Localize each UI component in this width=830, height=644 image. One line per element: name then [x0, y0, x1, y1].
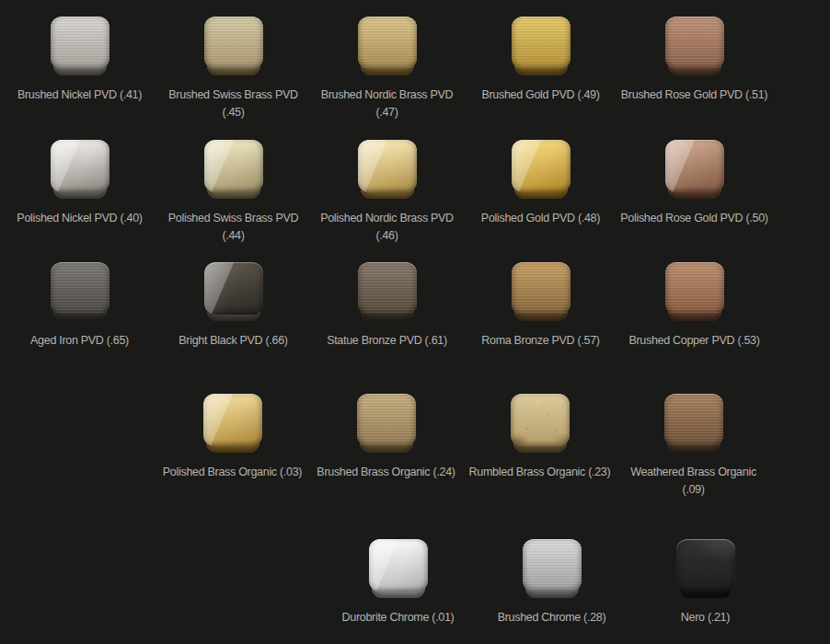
swatch-face [358, 140, 417, 192]
swatch-face [204, 262, 263, 315]
swatch-face [664, 394, 723, 446]
finish-label: Brushed Brass Organic (.24) [317, 464, 455, 481]
swatch-gloss [512, 262, 571, 315]
swatch-face [369, 539, 428, 592]
finish-label: Aged Iron PVD (.65) [30, 332, 129, 350]
finish-label: Polished Swiss Brass PVD (.44) [158, 210, 309, 245]
swatch-face [665, 262, 724, 315]
swatch-face [676, 539, 735, 592]
finish-swatch[interactable] [51, 140, 110, 199]
swatch-gloss [511, 394, 570, 446]
swatch-face [512, 140, 571, 192]
swatch-gloss [665, 262, 724, 315]
finish-swatch[interactable] [358, 140, 417, 199]
swatch-gloss [665, 17, 724, 69]
finish-option[interactable]: Brushed Gold PVD (.49) [464, 17, 617, 121]
finish-label: Statue Bronze PVD (.61) [327, 332, 447, 350]
finish-label: Brushed Rose Gold PVD (.51) [621, 86, 767, 104]
finish-row: Brushed Nickel PVD (.41)Brushed Swiss Br… [3, 17, 771, 121]
finish-swatch[interactable] [511, 394, 570, 453]
finish-option[interactable]: Polished Swiss Brass PVD (.44) [156, 140, 310, 245]
finish-option[interactable]: Brushed Chrome (.28) [475, 539, 628, 627]
finish-option[interactable]: Weathered Brass Organic (.09) [617, 394, 770, 499]
finish-option[interactable]: Statue Bronze PVD (.61) [310, 262, 464, 350]
finish-option[interactable]: Polished Rose Gold PVD (.50) [617, 140, 771, 245]
finish-option[interactable]: Brushed Copper PVD (.53) [617, 262, 771, 350]
swatch-face [204, 140, 263, 192]
swatch-gloss [676, 539, 735, 592]
finish-swatch[interactable] [664, 394, 723, 453]
finish-swatch[interactable] [369, 539, 428, 598]
swatch-gloss [204, 17, 263, 69]
swatch-face [203, 394, 262, 446]
swatch-face [512, 262, 571, 315]
finish-label: Polished Brass Organic (.03) [163, 464, 302, 481]
swatch-gloss [358, 17, 417, 69]
finish-option[interactable]: Bright Black PVD (.66) [156, 262, 310, 350]
finish-swatch[interactable] [204, 17, 263, 75]
finish-option[interactable]: Brushed Rose Gold PVD (.51) [617, 17, 771, 121]
finish-label: Brushed Nordic Brass PVD (.47) [312, 86, 463, 121]
finish-label: Brushed Chrome (.28) [498, 609, 606, 627]
finish-swatch[interactable] [665, 262, 724, 321]
finish-grid: Brushed Nickel PVD (.41)Brushed Swiss Br… [0, 0, 830, 644]
finish-swatch[interactable] [357, 394, 416, 453]
swatch-face [204, 17, 263, 69]
finish-label: Weathered Brass Organic (.09) [618, 464, 769, 499]
finish-swatch[interactable] [512, 262, 571, 321]
finish-swatch[interactable] [51, 17, 110, 75]
finish-option[interactable]: Rumbled Brass Organic (.23) [463, 394, 617, 499]
swatch-gloss [51, 17, 110, 69]
finish-swatch[interactable] [512, 140, 571, 199]
finish-swatch[interactable] [204, 262, 263, 321]
finish-label: Rumbled Brass Organic (.23) [469, 464, 611, 481]
finish-label: Polished Rose Gold PVD (.50) [620, 210, 767, 227]
finish-option[interactable]: Aged Iron PVD (.65) [3, 262, 156, 350]
finish-swatch[interactable] [51, 262, 110, 321]
finish-swatch[interactable] [204, 140, 263, 199]
finish-option[interactable]: Brushed Brass Organic (.24) [309, 394, 463, 499]
finish-swatch[interactable] [203, 394, 262, 453]
finish-swatch[interactable] [676, 539, 735, 598]
swatch-face [511, 394, 570, 446]
swatch-face [358, 262, 417, 315]
finish-option[interactable]: Polished Nordic Brass PVD (.46) [310, 140, 464, 245]
swatch-gloss [358, 140, 417, 192]
finish-swatch[interactable] [665, 140, 724, 199]
swatch-gloss [665, 140, 724, 192]
finish-label: Brushed Nickel PVD (.41) [17, 86, 142, 104]
swatch-face [51, 17, 110, 69]
finish-option[interactable]: Polished Gold PVD (.48) [464, 140, 617, 245]
finish-row: Durobrite Chrome (.01)Brushed Chrome (.2… [321, 539, 782, 627]
finish-swatch[interactable] [358, 17, 417, 75]
finish-row: Polished Nickel PVD (.40)Polished Swiss … [3, 140, 771, 245]
swatch-gloss [664, 394, 723, 446]
finish-label: Roma Bronze PVD (.57) [481, 332, 599, 350]
swatch-gloss [512, 17, 571, 69]
swatch-gloss [51, 262, 110, 315]
finish-label: Bright Black PVD (.66) [179, 332, 287, 350]
swatch-gloss [204, 140, 263, 192]
finish-option[interactable]: Polished Brass Organic (.03) [156, 394, 309, 499]
finish-label: Nero (.21) [681, 609, 730, 627]
finish-swatch[interactable] [523, 539, 582, 598]
finish-option[interactable]: Polished Nickel PVD (.40) [3, 140, 156, 245]
finish-label: Brushed Copper PVD (.53) [628, 332, 759, 350]
finish-option[interactable]: Brushed Nickel PVD (.41) [3, 17, 156, 121]
finish-option[interactable]: Nero (.21) [628, 539, 782, 627]
finish-swatch[interactable] [512, 17, 571, 75]
finish-swatch[interactable] [358, 262, 417, 321]
swatch-face [357, 394, 416, 446]
finish-swatch[interactable] [665, 17, 724, 75]
swatch-gloss [358, 262, 417, 315]
finish-label: Polished Nickel PVD (.40) [17, 210, 142, 227]
swatch-face [51, 262, 110, 315]
finish-label: Polished Gold PVD (.48) [481, 210, 600, 227]
swatch-gloss [523, 539, 582, 592]
swatch-gloss [369, 539, 428, 592]
finish-option[interactable]: Brushed Swiss Brass PVD (.45) [156, 17, 310, 121]
finish-option[interactable]: Brushed Nordic Brass PVD (.47) [310, 17, 464, 121]
finish-option[interactable]: Durobrite Chrome (.01) [321, 539, 475, 627]
finish-option[interactable]: Roma Bronze PVD (.57) [464, 262, 617, 350]
swatch-face [51, 140, 110, 192]
